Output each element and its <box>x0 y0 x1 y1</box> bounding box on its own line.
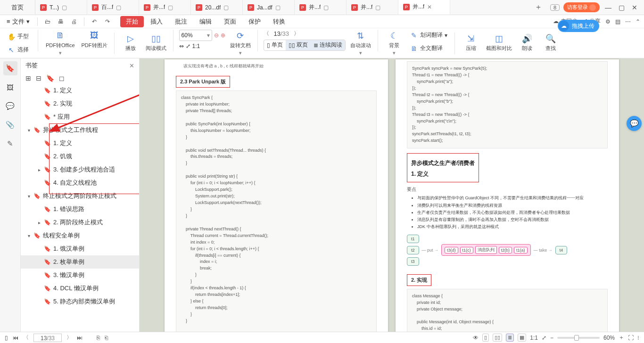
tab-detach-icon[interactable]: ▢ <box>62 4 67 11</box>
pdf-to-office[interactable]: 🗎PDF转Office▾ <box>44 30 77 57</box>
status-zoom-in-icon[interactable]: ＋ <box>619 334 624 342</box>
document-tab[interactable]: P百...f▢ <box>87 0 139 15</box>
gear-icon[interactable]: ⚙ <box>605 18 611 25</box>
zoom-in-icon[interactable]: ⊕ <box>221 32 225 39</box>
bookmark-item[interactable]: 🔖2. 枚举单例 <box>21 255 139 269</box>
status-zoom-out-icon[interactable]: − <box>550 335 553 341</box>
redo-icon[interactable]: ↷ <box>102 16 113 27</box>
word-translate[interactable]: ✎划词翻译▾ <box>407 30 450 41</box>
menu-tab[interactable]: 保护 <box>243 16 266 27</box>
actual-size-icon[interactable]: 1:1 <box>192 43 200 49</box>
fit-width-icon[interactable]: ⇔ <box>179 43 184 49</box>
status-view-double-icon[interactable]: ▯▯ <box>493 334 502 342</box>
file-menu[interactable]: ≡ 文件 ▾ <box>4 16 33 27</box>
tree-twisty-icon[interactable]: ▾ <box>26 128 31 133</box>
tool-add-bookmark-icon[interactable]: 🔖 <box>46 74 54 82</box>
window-close[interactable]: ✕ <box>630 4 639 11</box>
tree-twisty-icon[interactable]: ▾ <box>26 194 31 199</box>
bookmark-item[interactable]: 🔖5. 静态内部类懒汉单例 <box>21 295 139 308</box>
menu-tab[interactable]: 页面 <box>218 16 242 27</box>
panel-close-icon[interactable]: ✕ <box>129 62 134 69</box>
rotate-button[interactable]: ⟳旋转文档▾ <box>228 30 253 57</box>
status-export-icon[interactable]: ⎘ <box>97 335 100 341</box>
bookmark-item[interactable]: 🔖1. 定义 <box>21 137 139 150</box>
document-tab[interactable]: P20...df▢ <box>191 0 243 15</box>
document-tab[interactable]: P并...f✕ <box>398 0 450 15</box>
menu-overflow-icon[interactable]: ⋯ <box>625 18 631 25</box>
drag-upload-pill[interactable]: ☁ 拖拽上传 <box>558 20 599 32</box>
page-current[interactable]: 13 <box>274 30 281 37</box>
zoom-slider[interactable] <box>557 337 600 339</box>
tool-bookmark-alt-icon[interactable]: ◻ <box>59 74 65 82</box>
status-eye-icon[interactable]: 👁 <box>473 335 479 341</box>
tab-detach-icon[interactable]: ▢ <box>375 4 380 11</box>
full-translate[interactable]: 🗎全文翻译 <box>407 43 450 54</box>
strip-comment-icon[interactable]: 💬 <box>3 99 17 113</box>
crop-compare[interactable]: ◫截图和对比 <box>484 33 514 53</box>
strip-thumbnail-icon[interactable]: 🖼 <box>3 80 17 94</box>
home-tab[interactable]: 首页 <box>0 0 35 15</box>
tab-detach-icon[interactable]: ▢ <box>275 4 281 11</box>
status-view-cont-icon[interactable]: ≣ <box>506 334 514 342</box>
status-import-icon[interactable]: ⎗ <box>105 335 108 341</box>
menu-tab[interactable]: 开始 <box>120 16 144 27</box>
menu-tab[interactable]: 编辑 <box>194 16 217 27</box>
status-more-icon[interactable]: ⁝ <box>637 335 639 341</box>
menu-tab[interactable]: 转换 <box>267 16 291 27</box>
tab-close-icon[interactable]: ✕ <box>427 4 432 10</box>
bookmark-item[interactable]: 🔖2. 饥饿 <box>21 150 139 163</box>
window-minimize[interactable]: — <box>603 4 613 11</box>
menu-more-icon[interactable]: ▤ <box>615 18 620 25</box>
bookmark-item[interactable]: 🔖2. 实现 <box>21 97 139 110</box>
zoom-out-icon[interactable]: ⊖ <box>214 32 219 39</box>
bookmark-item[interactable]: ▸🔖2. 两阶段终止模式 <box>21 216 139 229</box>
print-icon[interactable]: 🖨 <box>69 16 79 27</box>
undo-icon[interactable]: ↶ <box>89 16 99 27</box>
ribbon-collapse-icon[interactable]: ⌃ <box>636 18 640 25</box>
tab-detach-icon[interactable]: ▢ <box>323 4 329 11</box>
tree-twisty-icon[interactable]: ▾ <box>26 233 31 238</box>
select-tool[interactable]: ↖选择 <box>5 44 33 56</box>
document-tab[interactable]: P并...f▢ <box>347 0 398 15</box>
assistant-bubble-icon[interactable]: 💬 <box>627 116 642 131</box>
status-next-page-icon[interactable]: 〉 <box>66 334 72 342</box>
document-tab[interactable]: P并...f▢ <box>139 0 191 15</box>
view-single[interactable]: ▯ 单页 <box>264 40 286 50</box>
new-tab-button[interactable]: ＋ <box>531 0 545 15</box>
bookmark-item[interactable]: ▾🔖终止模式之两阶段终止模式 <box>21 189 139 203</box>
hand-tool[interactable]: ✋手型 <box>5 31 33 42</box>
document-tab[interactable]: PJa...df▢ <box>243 0 295 15</box>
document-tab[interactable]: PT...)▢ <box>35 0 87 15</box>
bookmark-item[interactable]: 🔖1. 饿汉单例 <box>21 242 139 255</box>
bookmark-item[interactable]: 🔖* 应用 <box>21 110 139 123</box>
status-page-input[interactable]: 13/33 <box>33 334 62 342</box>
status-first-page-icon[interactable]: ⏮ <box>13 335 18 341</box>
next-page[interactable]: 〉 <box>294 30 299 38</box>
open-icon[interactable]: 🗁 <box>42 16 53 27</box>
auto-scroll[interactable]: ⇅自动滚动▾ <box>348 30 373 57</box>
prev-page[interactable]: 〈 <box>264 30 269 38</box>
strip-sign-icon[interactable]: ✎ <box>3 137 17 151</box>
find[interactable]: 🔍查找 <box>540 33 561 53</box>
pdf-to-pic[interactable]: 🖼PDF转图片 <box>80 30 109 50</box>
read-mode[interactable]: ▯▯阅读模式 <box>144 33 168 53</box>
tab-detach-icon[interactable]: ▢ <box>116 4 121 11</box>
bookmark-item[interactable]: ▾🔖线程安全单例 <box>21 229 139 242</box>
read-aloud[interactable]: 🔊朗读 <box>517 33 537 53</box>
document-tab[interactable]: P并...f▢ <box>295 0 347 15</box>
bookmark-item[interactable]: 🔖4. 自定义线程池 <box>21 176 139 189</box>
bookmark-item[interactable]: 🔖1. 错误思路 <box>21 203 139 216</box>
bookmark-item[interactable]: ▸🔖3. 创建多少线程池合适 <box>21 163 139 176</box>
status-prev-page-icon[interactable]: 〈 <box>23 334 29 342</box>
status-fit-icon[interactable]: ⤢ <box>542 335 546 341</box>
status-view-single-icon[interactable]: ▯ <box>482 334 489 342</box>
tree-twisty-icon[interactable]: ▸ <box>37 167 41 172</box>
status-actual-icon[interactable]: 1:1 <box>530 335 538 341</box>
menu-tab[interactable]: 批注 <box>169 16 193 27</box>
tab-detach-icon[interactable]: ▢ <box>223 4 229 11</box>
status-fullscreen-icon[interactable]: ⛶ <box>628 335 634 341</box>
status-view-grid-icon[interactable]: ▦ <box>518 334 526 342</box>
view-continuous[interactable]: ≣ 连续阅读 <box>311 40 345 50</box>
bookmark-item[interactable]: 🔖3. 懒汉单例 <box>21 269 139 282</box>
tree-twisty-icon[interactable]: ▸ <box>37 220 41 225</box>
